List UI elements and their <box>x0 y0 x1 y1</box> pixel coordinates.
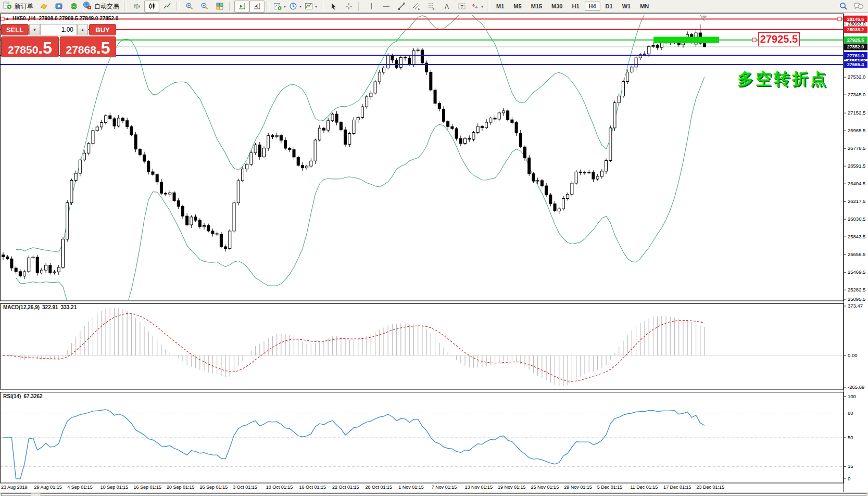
rsi-axis-tick: 0 <box>848 476 850 481</box>
price-axis-tick: 25656.5 <box>848 251 865 257</box>
line-chart-icon[interactable] <box>159 1 174 12</box>
timeframe-M5[interactable]: M5 <box>509 2 525 11</box>
price-axis-tick: 27532.0 <box>848 74 865 80</box>
x-axis-label: 1 Nov 01:15 <box>398 485 424 490</box>
crosshair-icon[interactable] <box>341 1 356 12</box>
trendline-icon[interactable] <box>394 1 409 12</box>
highlight-bar[interactable] <box>653 37 719 43</box>
turning-point-annotation[interactable]: 多空转折点 <box>737 68 828 90</box>
zoom-in-icon[interactable] <box>182 1 197 12</box>
x-axis-label: 3 Oct 01:15 <box>233 485 257 490</box>
templates-menu-button[interactable]: ▾ <box>303 1 319 12</box>
new-order-label: 新订单 <box>14 2 34 11</box>
candles-layer <box>2 24 706 279</box>
x-axis-label: 10 Sep 01:15 <box>100 485 129 490</box>
rsi-pane-label: RSI(14)67.3262 <box>3 393 45 399</box>
search-icon[interactable] <box>836 1 851 12</box>
main-toolbar: 新订单 自动交易 ▾ ▾ ▾ E F A T ▾ M1M5M15M30H1H4D… <box>0 0 868 13</box>
periods-menu-button[interactable]: ▾ <box>287 1 303 12</box>
price-axis-tag-text: 27761.0 <box>847 53 864 58</box>
vertical-line-icon[interactable] <box>363 1 379 12</box>
timeframe-M30[interactable]: M30 <box>547 2 567 11</box>
line-drag-handle[interactable] <box>1 17 4 21</box>
macd-value-2: 333.21 <box>61 304 77 310</box>
text-icon[interactable]: A <box>439 1 454 12</box>
auto-trading-button[interactable]: 自动交易 <box>81 1 122 12</box>
auto-scroll-icon[interactable] <box>234 1 249 12</box>
x-axis-label: 16 Sep 01:15 <box>133 485 161 490</box>
text-label-icon[interactable]: T <box>454 1 469 12</box>
x-axis-label: 20 Sep 01:15 <box>167 485 195 490</box>
price-axis-tick: 25469.5 <box>848 269 865 275</box>
sell-price-main: 27850 <box>8 44 38 55</box>
symbol-period-label: HK50-,H4 <box>12 16 35 21</box>
svg-text:T: T <box>460 4 463 9</box>
auto-trading-label: 自动交易 <box>93 2 120 11</box>
sell-button[interactable]: SELL <box>1 24 29 35</box>
tile-windows-icon[interactable] <box>212 1 227 12</box>
bottom-tab[interactable] <box>41 493 866 496</box>
rsi-label: RSI(14) <box>3 393 21 399</box>
x-axis-label: 5 Dec 01:15 <box>597 485 623 490</box>
rsi-axis-tick: 50 <box>848 435 853 440</box>
navigator-icon[interactable] <box>51 1 66 12</box>
x-axis-label: 23 Aug 2019 <box>1 485 28 490</box>
chevron-down-icon: ▾ <box>284 4 286 9</box>
toolbar-separator <box>124 2 127 11</box>
svg-text:E: E <box>418 7 420 10</box>
price-axis-tick: 25095.5 <box>848 296 865 302</box>
new-order-button[interactable]: 新订单 <box>2 1 36 12</box>
volume-decrease-button[interactable]: ▼ <box>29 24 40 35</box>
x-axis-label: 29 Aug 01:15 <box>34 485 62 490</box>
channel-icon[interactable]: E <box>409 1 424 12</box>
price-axis-tick: 26778.5 <box>848 145 865 151</box>
main-chart-layer <box>1 14 843 350</box>
timeframe-M15[interactable]: M15 <box>527 2 546 11</box>
price-axis-tick: 26404.5 <box>848 181 865 186</box>
zoom-out-icon[interactable] <box>197 1 212 12</box>
svg-text:A: A <box>445 3 449 10</box>
sell-price-button[interactable]: 27850.5 <box>1 36 59 57</box>
line-drag-handle[interactable] <box>752 38 756 42</box>
rsi-layer <box>1 410 843 479</box>
toolbar-separator <box>229 2 232 11</box>
rsi-value: 67.3262 <box>23 393 42 399</box>
svg-text:F: F <box>433 8 434 11</box>
toolbar-separator <box>267 2 270 11</box>
x-axis-label: 25 Nov 01:15 <box>531 485 559 490</box>
line-drag-handle[interactable] <box>838 17 841 21</box>
arrows-menu-button[interactable]: ▾ <box>469 1 485 12</box>
price-callout-label[interactable]: 27925.5 <box>758 32 800 46</box>
chart-shift-icon[interactable] <box>249 1 265 12</box>
price-axis: 28093.027905.527719.027532.027345.027152… <box>844 16 867 481</box>
macd-axis-tick: 0.00 <box>848 352 858 358</box>
x-axis-label: 13 Nov 01:15 <box>464 485 493 490</box>
bottom-tab[interactable] <box>1 493 31 496</box>
upper-band-line <box>16 14 705 252</box>
buy-price-frac: .5 <box>96 42 110 55</box>
chat-icon[interactable] <box>851 1 866 12</box>
signals-icon[interactable] <box>66 1 81 12</box>
macd-layer <box>1 308 843 387</box>
volume-increase-button[interactable]: ▲ <box>77 24 88 35</box>
timeframe-M1[interactable]: M1 <box>492 2 508 11</box>
timeframe-W1[interactable]: W1 <box>618 2 635 11</box>
buy-button[interactable]: BUY <box>89 24 116 35</box>
fibonacci-icon[interactable]: F <box>424 1 439 12</box>
timeframe-H1[interactable]: H1 <box>568 2 583 11</box>
market-watch-icon[interactable] <box>36 1 51 12</box>
indicators-menu-button[interactable]: ▾ <box>272 1 287 12</box>
buy-price-button[interactable]: 27868.5 <box>60 36 116 57</box>
rsi-axis-tick: 100 <box>848 393 856 399</box>
timeframe-MN[interactable]: MN <box>636 2 653 11</box>
horizontal-line-icon[interactable] <box>379 1 394 12</box>
bar-chart-icon[interactable] <box>129 1 144 12</box>
timeframe-D1[interactable]: D1 <box>601 2 617 11</box>
x-axis-label: 28 Oct 01:15 <box>366 485 393 490</box>
candlestick-chart-icon[interactable] <box>144 1 159 12</box>
price-axis-tag-text: 28146.6 <box>847 17 864 22</box>
volume-input[interactable] <box>40 24 77 35</box>
toolbar-separator <box>321 2 324 11</box>
cursor-icon[interactable] <box>326 1 341 12</box>
timeframe-H4[interactable]: H4 <box>585 2 600 11</box>
